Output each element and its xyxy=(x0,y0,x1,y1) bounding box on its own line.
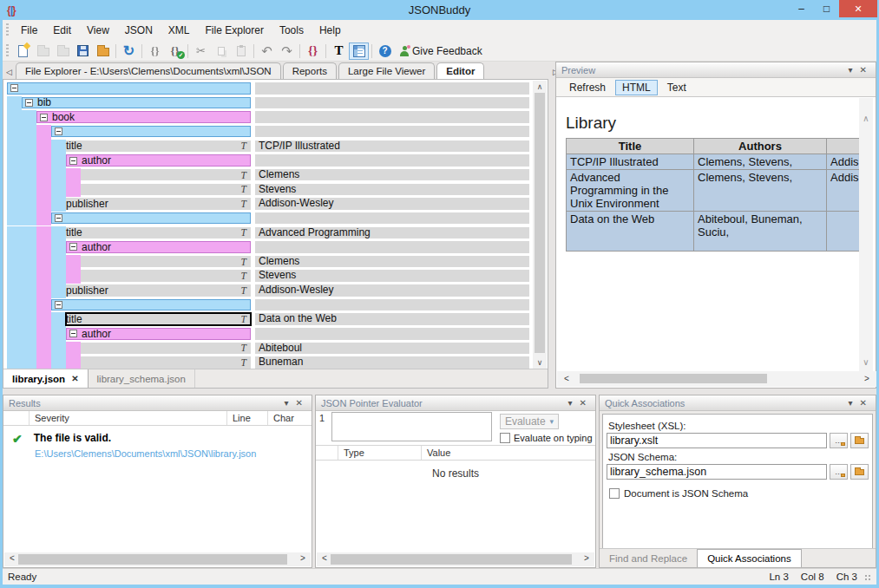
tab-quick-associations[interactable]: Quick Associations xyxy=(697,549,802,567)
scroll-up-icon[interactable]: ∧ xyxy=(533,82,547,91)
open-schema-button[interactable] xyxy=(850,464,869,480)
collapse-expander-icon[interactable] xyxy=(69,243,77,251)
tab-editor[interactable]: Editor xyxy=(436,62,484,79)
tree-row[interactable] xyxy=(3,125,531,140)
tree-value-cell[interactable] xyxy=(255,328,529,340)
tree-row[interactable]: bib xyxy=(3,96,531,111)
panel-menu-icon[interactable]: ▾ xyxy=(845,398,856,408)
results-horizontal-scrollbar[interactable]: < > xyxy=(4,552,311,566)
tree-node-cell[interactable]: author xyxy=(66,328,251,340)
evaluate-button[interactable]: Evaluate ▾ xyxy=(500,414,559,429)
tab-large-file-viewer[interactable]: Large File Viewer xyxy=(338,62,435,79)
collapse-expander-icon[interactable] xyxy=(69,330,77,337)
menu-tools[interactable]: Tools xyxy=(272,20,312,41)
menu-file-explorer[interactable]: File Explorer xyxy=(198,20,272,41)
tree-value-cell[interactable]: Stevens xyxy=(255,184,529,196)
tree-node-cell[interactable]: T xyxy=(81,270,251,282)
html-preview-button[interactable]: HTML xyxy=(615,80,658,95)
close-tab-icon[interactable]: ✕ xyxy=(71,374,78,383)
collapse-expander-icon[interactable] xyxy=(25,99,33,107)
tree-value-cell[interactable]: Clemens xyxy=(255,256,529,268)
tree-node-cell[interactable]: author xyxy=(66,241,251,253)
menu-help[interactable]: Help xyxy=(312,20,349,41)
scroll-left-icon[interactable]: < xyxy=(318,553,331,563)
column-value[interactable]: Value xyxy=(422,446,552,460)
tree-node-cell[interactable] xyxy=(51,126,251,138)
tree-node-cell[interactable]: T xyxy=(81,169,251,181)
open-file-button[interactable] xyxy=(53,42,73,60)
tree-node-cell[interactable]: T xyxy=(81,256,251,268)
check-syntax-button[interactable]: {} xyxy=(145,42,165,60)
tree-row[interactable]: author xyxy=(3,154,531,168)
tree-value-cell[interactable] xyxy=(255,82,529,95)
save-button[interactable] xyxy=(73,42,93,60)
undo-button[interactable]: ↶ xyxy=(257,42,277,60)
tree-node-cell[interactable]: titleT xyxy=(66,140,251,153)
tab-find-and-replace[interactable]: Find and Replace xyxy=(600,549,697,567)
menu-xml[interactable]: XML xyxy=(161,20,198,41)
tree-value-cell[interactable]: Stevens xyxy=(255,270,529,282)
stylesheet-input[interactable] xyxy=(607,433,827,448)
column-type[interactable]: Type xyxy=(338,446,422,460)
tree-node-cell[interactable]: bib xyxy=(22,97,251,109)
tree-row[interactable]: titleTAdvanced Programming xyxy=(3,226,531,241)
pointer-horizontal-scrollbar[interactable]: < > xyxy=(317,552,594,566)
browse-schema-button[interactable]: … xyxy=(830,464,848,480)
open-stylesheet-button[interactable] xyxy=(850,433,869,448)
validation-result-row[interactable]: ✔ The file is valid. xyxy=(12,432,312,446)
panel-menu-icon[interactable]: ▾ xyxy=(281,398,292,408)
scroll-right-icon[interactable]: > xyxy=(861,374,873,383)
scroll-down-icon[interactable]: ∨ xyxy=(533,358,547,367)
menu-edit[interactable]: Edit xyxy=(45,20,79,41)
preview-horizontal-scrollbar[interactable]: < > xyxy=(557,371,876,387)
scrollbar-thumb[interactable] xyxy=(331,554,572,565)
close-button[interactable]: ✕ xyxy=(839,0,877,17)
scroll-left-icon[interactable]: < xyxy=(561,374,573,383)
collapse-expander-icon[interactable] xyxy=(55,127,62,135)
scroll-right-icon[interactable]: > xyxy=(581,553,593,563)
tree-value-cell[interactable]: Data on the Web xyxy=(255,313,529,325)
panel-menu-icon[interactable]: ▾ xyxy=(565,398,576,408)
refresh-preview-button[interactable]: Refresh xyxy=(563,81,612,95)
tab-file-explorer[interactable]: File Explorer - E:\Users\Clemens\Documen… xyxy=(16,62,281,79)
tree-node-cell[interactable]: titleT xyxy=(66,227,251,239)
preview-vertical-scrollbar[interactable]: ∧ ∨ xyxy=(859,98,873,372)
tree-value-cell[interactable]: Addison-Wesley xyxy=(255,198,529,210)
tree-node-cell[interactable]: publisherT xyxy=(66,198,251,210)
resize-grip[interactable] xyxy=(865,575,872,582)
collapse-expander-icon[interactable] xyxy=(55,301,62,309)
tree-node-cell[interactable] xyxy=(51,299,251,311)
tree-value-cell[interactable] xyxy=(255,241,529,253)
tab-scroll-left-icon[interactable]: ◁ xyxy=(3,68,16,79)
new-file-button[interactable] xyxy=(13,42,33,60)
scrollbar-thumb[interactable] xyxy=(535,93,545,353)
scrollbar-thumb[interactable] xyxy=(18,554,287,565)
schema-input[interactable] xyxy=(607,464,827,480)
pointer-expression-input[interactable] xyxy=(331,412,492,441)
open-recent-button[interactable] xyxy=(33,42,53,60)
tree-value-cell[interactable]: Addison-Wesley xyxy=(255,284,529,297)
menu-file[interactable]: File xyxy=(13,20,45,41)
panel-close-icon[interactable]: ✕ xyxy=(576,398,590,408)
menu-json[interactable]: JSON xyxy=(117,20,161,41)
tree-row[interactable]: publisherTAddison-Wesley xyxy=(3,284,531,298)
panel-close-icon[interactable]: ✕ xyxy=(292,398,306,408)
tree-row[interactable]: TStevens xyxy=(3,183,531,198)
column-line[interactable]: Line xyxy=(227,411,268,425)
tree-row[interactable] xyxy=(3,212,531,226)
tree-node-cell[interactable]: T xyxy=(81,343,251,355)
tree-row[interactable]: author xyxy=(3,327,531,342)
tree-value-cell[interactable] xyxy=(255,126,529,138)
json-tree[interactable]: bibbooktitleTTCP/IP IllustratedauthorTCl… xyxy=(3,80,531,369)
tree-row[interactable]: TStevens xyxy=(3,269,531,284)
browse-stylesheet-button[interactable]: … xyxy=(830,433,848,448)
tree-row[interactable]: TAbiteboul xyxy=(3,342,531,356)
tree-node-cell[interactable] xyxy=(51,212,251,225)
document-is-schema-checkbox[interactable] xyxy=(609,488,620,499)
text-view-button[interactable]: T xyxy=(329,42,349,60)
redo-button[interactable]: ↷ xyxy=(277,42,297,60)
tree-node-cell[interactable] xyxy=(7,82,251,95)
tree-row[interactable]: TBuneman xyxy=(3,356,531,369)
tree-value-cell[interactable]: Advanced Programming xyxy=(255,227,529,239)
copy-button[interactable] xyxy=(211,42,231,60)
